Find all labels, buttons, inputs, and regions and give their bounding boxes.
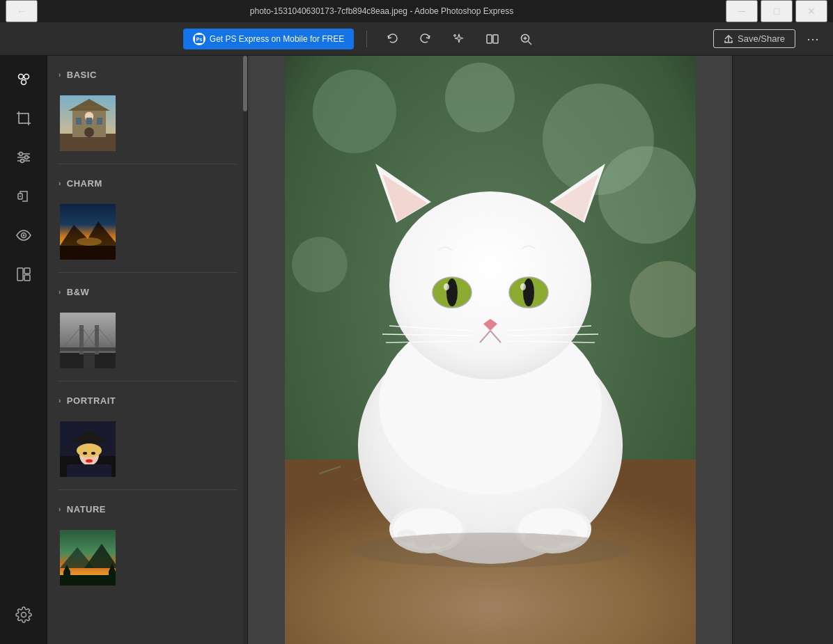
svg-rect-34 <box>86 118 92 125</box>
save-share-button[interactable]: Save/Share <box>713 29 795 48</box>
redo-button[interactable] <box>413 26 438 52</box>
svg-text:Ps: Ps <box>196 37 203 42</box>
icon-sidebar <box>0 56 47 644</box>
sidebar-item-collage[interactable] <box>6 256 42 292</box>
filter-section-header-bw[interactable]: › B&W <box>59 281 236 303</box>
svg-rect-49 <box>60 347 117 351</box>
building-svg <box>60 95 117 152</box>
svg-rect-23 <box>17 268 23 281</box>
svg-point-17 <box>24 156 28 159</box>
save-share-label: Save/Share <box>738 33 785 44</box>
svg-rect-39 <box>60 246 117 261</box>
ps-icon: Ps <box>193 33 205 45</box>
filters-panel: › BASIC <box>47 56 248 644</box>
filter-thumb-charm-1[interactable] <box>59 203 117 261</box>
svg-point-70 <box>445 63 515 132</box>
collage-icon <box>15 266 32 283</box>
nature-svg <box>60 530 117 587</box>
filter-section-label-nature: NATURE <box>67 504 106 515</box>
redeye-icon <box>15 227 32 244</box>
portrait-svg <box>60 421 117 478</box>
undo-button[interactable] <box>380 26 405 52</box>
window-controls: ─ □ ✕ <box>726 0 827 22</box>
svg-point-40 <box>77 237 102 246</box>
maximize-button[interactable]: □ <box>761 0 793 22</box>
filter-section-label-bw: B&W <box>67 287 90 297</box>
healing-icon <box>15 188 32 205</box>
filter-thumb-portrait-1[interactable] <box>59 420 117 478</box>
sidebar-item-settings[interactable] <box>6 597 42 633</box>
scrollbar-track[interactable] <box>243 56 247 644</box>
filter-section-header-basic[interactable]: › BASIC <box>59 64 236 86</box>
more-button[interactable]: ⋯ <box>801 29 825 49</box>
magic-button[interactable] <box>446 26 472 52</box>
chevron-bw: › <box>59 288 61 296</box>
filters-icon <box>15 70 33 88</box>
svg-rect-50 <box>84 353 95 370</box>
right-panel <box>732 56 833 644</box>
filter-thumbnails-nature <box>59 520 236 598</box>
svg-point-26 <box>21 613 26 618</box>
sidebar-item-adjustments[interactable] <box>6 139 42 175</box>
filter-section-label-portrait: PORTRAIT <box>67 395 116 406</box>
filter-section-nature: › NATURE <box>47 490 247 598</box>
sidebar-item-redeye[interactable] <box>6 217 42 253</box>
svg-rect-24 <box>24 268 30 274</box>
chevron-basic: › <box>59 71 61 79</box>
zoom-button[interactable] <box>513 26 538 52</box>
sidebar-item-healing[interactable] <box>6 178 42 214</box>
filter-section-bw: › B&W <box>47 273 247 382</box>
minimize-button[interactable]: ─ <box>726 0 758 22</box>
svg-point-11 <box>21 80 26 85</box>
filter-section-label-charm: CHARM <box>67 178 102 189</box>
svg-rect-36 <box>84 127 94 137</box>
svg-point-85 <box>389 191 591 379</box>
filter-section-header-charm[interactable]: › CHARM <box>59 173 236 194</box>
back-button[interactable]: ← <box>6 0 38 22</box>
filter-thumb-basic-1[interactable] <box>59 94 117 152</box>
svg-rect-3 <box>493 35 498 43</box>
ps-logo-icon: Ps <box>195 35 203 43</box>
filter-thumbnails-charm <box>59 194 236 272</box>
promo-text: Get PS Express on Mobile for FREE <box>210 34 344 44</box>
thumb-building-img <box>60 95 117 152</box>
svg-rect-54 <box>79 431 99 443</box>
svg-point-22 <box>22 235 24 237</box>
filter-thumbnails-bw <box>59 303 236 381</box>
filter-thumb-bw-1[interactable] <box>59 311 117 370</box>
share-icon <box>724 34 733 44</box>
title-bar-left: ← <box>6 0 38 22</box>
toolbar-center: Ps Get PS Express on Mobile for FREE <box>183 26 538 52</box>
undo-icon <box>385 32 399 46</box>
svg-rect-35 <box>97 118 102 125</box>
chevron-charm: › <box>59 180 61 187</box>
svg-point-114 <box>351 533 630 567</box>
filter-section-header-portrait[interactable]: › PORTRAIT <box>59 390 236 411</box>
filter-thumb-nature-1[interactable] <box>59 528 117 587</box>
title-bar: ← photo-1531040630173-7cfb894c8eaa.jpeg … <box>0 0 833 22</box>
compare-button[interactable] <box>480 26 505 52</box>
promo-button[interactable]: Ps Get PS Express on Mobile for FREE <box>183 29 354 49</box>
scrollbar-thumb[interactable] <box>243 56 247 111</box>
svg-rect-12 <box>19 113 29 123</box>
magic-icon <box>452 32 466 46</box>
sidebar-item-crop[interactable] <box>6 100 42 136</box>
image-area <box>248 56 732 644</box>
svg-point-56 <box>77 443 102 457</box>
close-button[interactable]: ✕ <box>795 0 827 22</box>
compare-icon <box>485 32 499 46</box>
filter-section-header-nature[interactable]: › NATURE <box>59 498 236 520</box>
svg-point-95 <box>520 283 526 290</box>
sidebar-item-filters[interactable] <box>6 61 42 97</box>
bw-svg <box>60 313 117 370</box>
svg-rect-66 <box>60 575 117 587</box>
svg-point-58 <box>86 460 93 463</box>
svg-point-59 <box>83 452 87 455</box>
filter-section-label-basic: BASIC <box>67 70 97 80</box>
svg-point-72 <box>292 237 348 292</box>
settings-icon <box>15 606 32 623</box>
adjustments-icon <box>15 149 32 166</box>
thumb-bw-img <box>60 313 117 370</box>
toolbar-divider <box>366 31 367 47</box>
filter-section-charm: › CHARM <box>47 164 247 273</box>
